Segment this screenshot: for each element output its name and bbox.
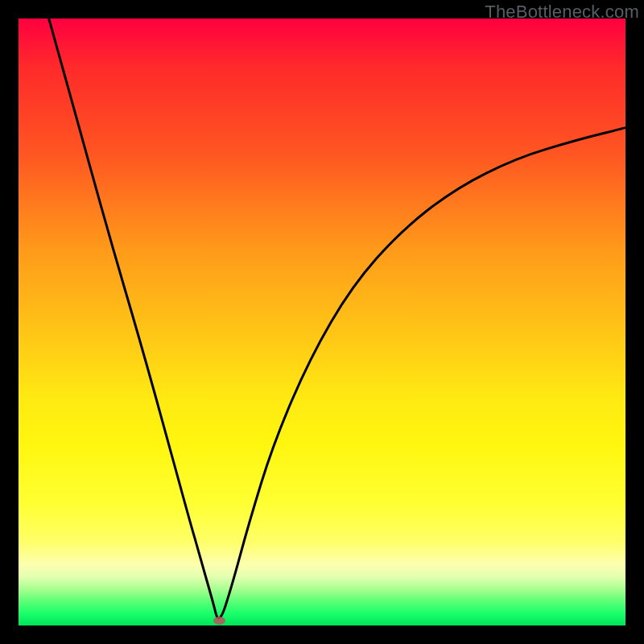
optimal-point-marker: [213, 617, 225, 625]
plot-area: [19, 19, 625, 625]
bottleneck-curve: [19, 19, 625, 625]
watermark-text: TheBottleneck.com: [485, 2, 639, 23]
chart-frame: TheBottleneck.com: [0, 0, 644, 644]
